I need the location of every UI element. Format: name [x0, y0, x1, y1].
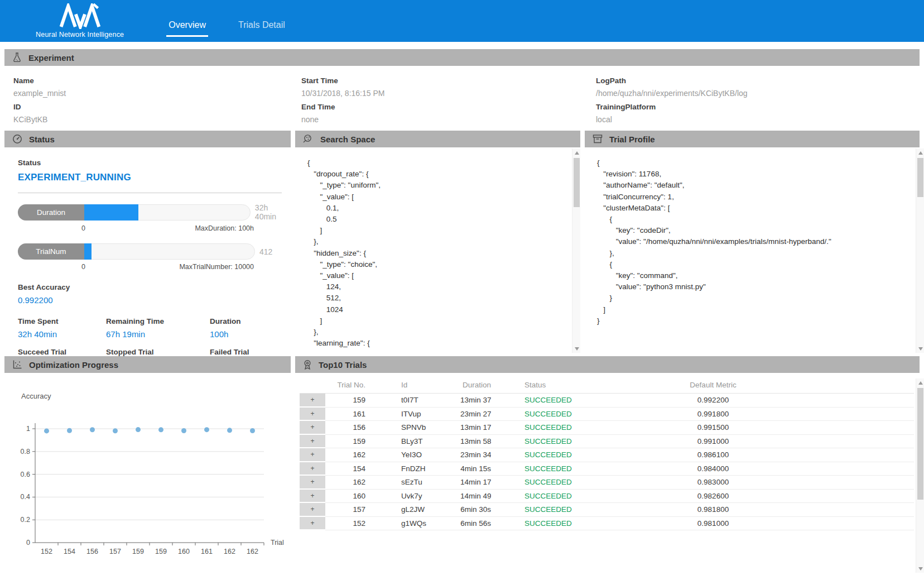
trial-profile-panel: Trial Profile { "revision": 11768, "auth… [585, 131, 920, 354]
duration-min: 0 [81, 224, 85, 232]
duration-cell: 6min 56s [460, 517, 491, 531]
default-metric-cell: 0.991000 [619, 435, 807, 449]
filler-cell [807, 462, 914, 476]
svg-text:Accuracy: Accuracy [21, 392, 51, 400]
trialnum-progress-bar: TrialNum [18, 243, 255, 260]
divider [18, 193, 282, 193]
expand-row-button[interactable]: + [300, 462, 325, 476]
scroll-up-arrow-icon[interactable] [916, 148, 924, 157]
col-status: Status [491, 381, 619, 393]
status-panel-title: Status [29, 135, 55, 144]
expand-row-button[interactable]: + [300, 435, 325, 449]
expand-row-button[interactable]: + [300, 394, 325, 408]
stat-remaining-time: Remaining Time 67h 19min [106, 308, 210, 339]
status-cell: SUCCEEDED [491, 435, 619, 449]
default-metric-cell: 0.983000 [619, 476, 807, 490]
scroll-down-arrow-icon[interactable] [916, 564, 924, 573]
expand-row-button[interactable]: + [300, 421, 325, 435]
table-row: +152g1WQs6min 56sSUCCEEDED0.981000 [300, 517, 914, 531]
experiment-section: Experiment Name example_mnist ID KCiBytK… [4, 49, 920, 131]
default-metric-cell: 0.982600 [619, 490, 807, 504]
trial-id-cell: ITVup [371, 408, 460, 421]
experiment-field-training-platform: TrainingPlatform local [596, 103, 920, 124]
optimization-progress-panel: Optimization Progress 00.20.40.60.811521… [4, 356, 291, 575]
trial-id-cell: gL2JW [371, 503, 460, 517]
svg-text:Trial: Trial [271, 539, 284, 547]
trialnum-minmax-row: 0 MaxTrialNumber: 10000 [18, 263, 255, 272]
expand-row-button[interactable]: + [300, 490, 325, 504]
trial-profile-scrollbar[interactable] [916, 148, 924, 353]
trialnum-progress-fill [84, 243, 92, 260]
trialnum-progress-label: TrialNum [18, 243, 84, 260]
expand-row-button[interactable]: + [300, 517, 325, 531]
col-trial-no: Trial No. [325, 381, 371, 393]
experiment-title: Experiment [28, 53, 74, 63]
expand-column-header [300, 381, 325, 393]
scroll-up-arrow-icon[interactable] [572, 148, 581, 157]
search-space-title: Search Space [320, 135, 375, 144]
svg-text:157: 157 [109, 548, 121, 555]
experiment-field-end-time: End Time none [301, 103, 596, 124]
trialnum-min: 0 [81, 263, 85, 271]
experiment-field-logpath: LogPath /home/quzha/nni/experiments/KCiB… [596, 76, 920, 98]
trialnum-max: MaxTrialNumber: 10000 [179, 263, 254, 271]
duration-progress-row: Duration 32h 40min [18, 203, 291, 221]
flask-icon [12, 52, 22, 63]
scrollbar-thumb[interactable] [917, 158, 923, 197]
status-cell: SUCCEEDED [491, 448, 619, 462]
svg-text:1: 1 [26, 425, 30, 433]
experiment-field-start-time: Start Time 10/31/2018, 8:16:15 PM [301, 76, 596, 98]
gauge-icon [12, 134, 22, 144]
scroll-down-arrow-icon[interactable] [916, 344, 924, 353]
table-row: +161ITVup23min 27sSUCCEEDED0.991800 [300, 408, 914, 421]
expand-row-button[interactable]: + [300, 476, 325, 490]
trial-id-cell: t0I7T [371, 394, 460, 408]
top10-scrollbar[interactable] [916, 378, 924, 573]
trial-no-cell: 152 [325, 517, 371, 531]
trial-id-cell: SPNVb [371, 421, 460, 435]
default-metric-cell: 0.992200 [619, 394, 807, 408]
scroll-up-arrow-icon[interactable] [916, 378, 924, 387]
best-accuracy-value: 0.992200 [18, 295, 291, 305]
tab-trials-detail[interactable]: Trials Detail [236, 20, 287, 37]
tab-overview[interactable]: Overview [166, 20, 208, 37]
table-row: +159t0I7T13min 37sSUCCEEDED0.992200 [300, 394, 914, 408]
status-cell: SUCCEEDED [491, 476, 619, 490]
trial-no-cell: 161 [325, 408, 371, 421]
trial-id-cell: Uvk7y [371, 490, 460, 504]
experiment-details: Name example_mnist ID KCiBytKB Start Tim… [4, 66, 920, 131]
trial-profile-json[interactable]: { "revision": 11768, "authorName": "defa… [585, 147, 920, 354]
trial-no-cell: 154 [325, 462, 371, 476]
duration-cell: 13min 58s [460, 435, 491, 449]
svg-text:0.6: 0.6 [21, 471, 30, 478]
scrollbar-thumb[interactable] [917, 388, 923, 500]
expand-row-button[interactable]: + [300, 408, 325, 421]
svg-text:159: 159 [155, 548, 167, 555]
nni-overview-page: Neural Network Intelligence Overview Tri… [0, 0, 924, 575]
duration-cell: 13min 17s [460, 421, 491, 435]
search-space-json[interactable]: { "dropout_rate": { "_type": "uniform", … [295, 147, 580, 354]
duration-progress-value: 32h 40min [255, 203, 291, 221]
experiment-field-name: Name example_mnist [13, 76, 301, 98]
trial-no-cell: 157 [325, 503, 371, 517]
scroll-down-arrow-icon[interactable] [572, 344, 581, 353]
table-row: +162sEzTu14min 17sSUCCEEDED0.983000 [300, 476, 914, 490]
expand-row-button[interactable]: + [300, 503, 325, 517]
status-cell: SUCCEEDED [491, 517, 619, 531]
search-space-scrollbar[interactable] [572, 148, 580, 353]
trial-no-cell: 159 [325, 435, 371, 449]
scrollbar-thumb[interactable] [574, 158, 580, 207]
default-metric-cell: 0.986100 [619, 448, 807, 462]
expand-row-button[interactable]: + [300, 448, 325, 462]
col-default-metric: Default Metric [619, 381, 807, 393]
table-row: +157gL2JW6min 30sSUCCEEDED0.981800 [300, 503, 914, 517]
trial-no-cell: 162 [325, 476, 371, 490]
nni-logo[interactable]: Neural Network Intelligence [36, 3, 124, 39]
default-metric-cell: 0.991500 [619, 421, 807, 435]
top10-panel-header: Top10 Trials [295, 356, 920, 373]
search-space-panel: Search Space { "dropout_rate": { "_type"… [295, 131, 580, 354]
filler-cell [807, 503, 914, 517]
accuracy-scatter-chart[interactable]: 00.20.40.60.8115215415615715915916016116… [4, 374, 291, 567]
medal-icon [303, 360, 312, 370]
best-accuracy-label: Best Accuracy [18, 283, 291, 291]
